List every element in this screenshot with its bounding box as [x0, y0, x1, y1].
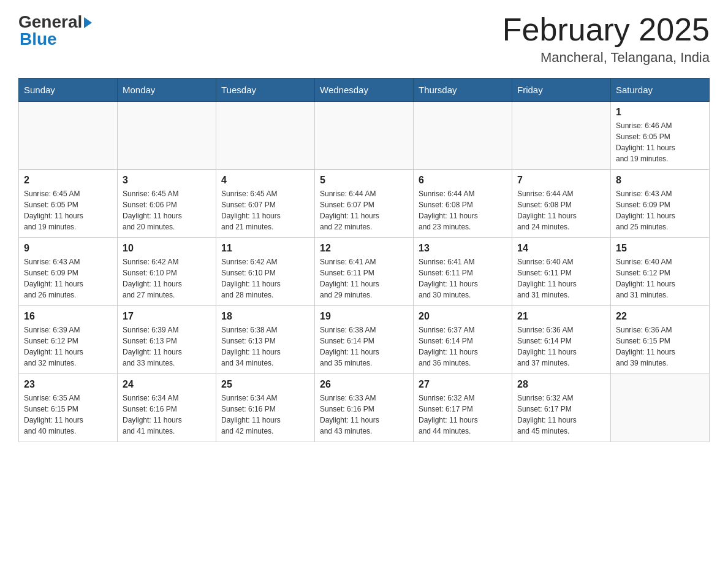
calendar-day-cell: 6Sunrise: 6:44 AMSunset: 6:08 PMDaylight… [414, 170, 512, 238]
day-info: Sunrise: 6:41 AMSunset: 6:11 PMDaylight:… [419, 256, 507, 301]
day-info: Sunrise: 6:45 AMSunset: 6:06 PMDaylight:… [123, 188, 211, 232]
day-info: Sunrise: 6:32 AMSunset: 6:17 PMDaylight:… [517, 393, 605, 437]
calendar-day-cell: 18Sunrise: 6:38 AMSunset: 6:13 PMDayligh… [216, 306, 315, 374]
calendar-day-cell: 19Sunrise: 6:38 AMSunset: 6:14 PMDayligh… [315, 306, 414, 374]
calendar-table: SundayMondayTuesdayWednesdayThursdayFrid… [18, 78, 710, 442]
calendar-week-row: 23Sunrise: 6:35 AMSunset: 6:15 PMDayligh… [19, 374, 710, 442]
calendar-day-cell: 4Sunrise: 6:45 AMSunset: 6:07 PMDaylight… [216, 170, 315, 238]
day-number: 12 [320, 243, 408, 254]
calendar-day-cell: 24Sunrise: 6:34 AMSunset: 6:16 PMDayligh… [118, 374, 216, 442]
day-number: 18 [221, 311, 309, 322]
day-number: 3 [123, 175, 211, 186]
calendar-day-cell: 5Sunrise: 6:44 AMSunset: 6:07 PMDaylight… [315, 170, 414, 238]
calendar-day-cell: 23Sunrise: 6:35 AMSunset: 6:15 PMDayligh… [19, 374, 118, 442]
day-of-week-header: Tuesday [216, 79, 315, 102]
day-of-week-header: Friday [512, 79, 611, 102]
title-block: February 2025 Mancheral, Telangana, Indi… [502, 12, 710, 66]
day-info: Sunrise: 6:44 AMSunset: 6:08 PMDaylight:… [419, 188, 507, 232]
day-number: 24 [123, 379, 211, 390]
calendar-day-cell: 9Sunrise: 6:43 AMSunset: 6:09 PMDaylight… [19, 238, 118, 306]
calendar-day-cell [216, 102, 315, 170]
calendar-day-cell: 7Sunrise: 6:44 AMSunset: 6:08 PMDaylight… [512, 170, 611, 238]
calendar-day-cell [611, 374, 710, 442]
calendar-day-cell [19, 102, 118, 170]
day-info: Sunrise: 6:38 AMSunset: 6:14 PMDaylight:… [320, 324, 408, 369]
day-info: Sunrise: 6:44 AMSunset: 6:08 PMDaylight:… [517, 188, 605, 232]
day-number: 28 [517, 379, 605, 390]
day-number: 25 [221, 379, 309, 390]
calendar-day-cell: 11Sunrise: 6:42 AMSunset: 6:10 PMDayligh… [216, 238, 315, 306]
day-info: Sunrise: 6:43 AMSunset: 6:09 PMDaylight:… [24, 256, 112, 301]
calendar-day-cell [315, 102, 414, 170]
calendar-day-cell: 13Sunrise: 6:41 AMSunset: 6:11 PMDayligh… [414, 238, 512, 306]
day-number: 2 [24, 175, 112, 186]
day-number: 10 [123, 243, 211, 254]
calendar-day-cell [118, 102, 216, 170]
day-info: Sunrise: 6:36 AMSunset: 6:14 PMDaylight:… [517, 324, 605, 369]
day-info: Sunrise: 6:33 AMSunset: 6:16 PMDaylight:… [320, 393, 408, 437]
calendar-day-cell: 8Sunrise: 6:43 AMSunset: 6:09 PMDaylight… [611, 170, 710, 238]
day-info: Sunrise: 6:38 AMSunset: 6:13 PMDaylight:… [221, 324, 309, 369]
day-of-week-header: Monday [118, 79, 216, 102]
day-number: 26 [320, 379, 408, 390]
day-number: 27 [419, 379, 507, 390]
day-number: 16 [24, 311, 112, 322]
day-info: Sunrise: 6:35 AMSunset: 6:15 PMDaylight:… [24, 393, 112, 437]
day-of-week-header: Sunday [19, 79, 118, 102]
month-year-title: February 2025 [502, 12, 710, 47]
day-info: Sunrise: 6:42 AMSunset: 6:10 PMDaylight:… [221, 256, 309, 301]
day-info: Sunrise: 6:45 AMSunset: 6:07 PMDaylight:… [221, 188, 309, 232]
calendar-day-cell: 10Sunrise: 6:42 AMSunset: 6:10 PMDayligh… [118, 238, 216, 306]
calendar-week-row: 16Sunrise: 6:39 AMSunset: 6:12 PMDayligh… [19, 306, 710, 374]
day-info: Sunrise: 6:44 AMSunset: 6:07 PMDaylight:… [320, 188, 408, 232]
day-of-week-header: Saturday [611, 79, 710, 102]
day-number: 13 [419, 243, 507, 254]
calendar-day-cell: 1Sunrise: 6:46 AMSunset: 6:05 PMDaylight… [611, 102, 710, 170]
day-info: Sunrise: 6:41 AMSunset: 6:11 PMDaylight:… [320, 256, 408, 301]
day-info: Sunrise: 6:34 AMSunset: 6:16 PMDaylight:… [221, 393, 309, 437]
calendar-day-cell: 16Sunrise: 6:39 AMSunset: 6:12 PMDayligh… [19, 306, 118, 374]
day-info: Sunrise: 6:40 AMSunset: 6:11 PMDaylight:… [517, 256, 605, 301]
day-number: 17 [123, 311, 211, 322]
calendar-day-cell: 2Sunrise: 6:45 AMSunset: 6:05 PMDaylight… [19, 170, 118, 238]
day-of-week-header: Thursday [414, 79, 512, 102]
day-info: Sunrise: 6:32 AMSunset: 6:17 PMDaylight:… [419, 393, 507, 437]
day-number: 21 [517, 311, 605, 322]
day-info: Sunrise: 6:37 AMSunset: 6:14 PMDaylight:… [419, 324, 507, 369]
calendar-day-cell: 20Sunrise: 6:37 AMSunset: 6:14 PMDayligh… [414, 306, 512, 374]
calendar-day-cell: 28Sunrise: 6:32 AMSunset: 6:17 PMDayligh… [512, 374, 611, 442]
calendar-week-row: 9Sunrise: 6:43 AMSunset: 6:09 PMDaylight… [19, 238, 710, 306]
calendar-day-cell: 26Sunrise: 6:33 AMSunset: 6:16 PMDayligh… [315, 374, 414, 442]
day-number: 23 [24, 379, 112, 390]
calendar-day-cell: 21Sunrise: 6:36 AMSunset: 6:14 PMDayligh… [512, 306, 611, 374]
calendar-day-cell: 17Sunrise: 6:39 AMSunset: 6:13 PMDayligh… [118, 306, 216, 374]
day-number: 20 [419, 311, 507, 322]
day-number: 9 [24, 243, 112, 254]
calendar-day-cell: 25Sunrise: 6:34 AMSunset: 6:16 PMDayligh… [216, 374, 315, 442]
day-number: 22 [616, 311, 704, 322]
day-info: Sunrise: 6:40 AMSunset: 6:12 PMDaylight:… [616, 256, 704, 301]
day-number: 19 [320, 311, 408, 322]
day-number: 4 [221, 175, 309, 186]
calendar-week-row: 1Sunrise: 6:46 AMSunset: 6:05 PMDaylight… [19, 102, 710, 170]
day-number: 6 [419, 175, 507, 186]
page-header: General Blue February 2025 Mancheral, Te… [18, 12, 710, 66]
day-number: 15 [616, 243, 704, 254]
logo-arrow-icon [84, 17, 92, 28]
day-number: 5 [320, 175, 408, 186]
logo-blue-text: Blue [20, 29, 57, 49]
day-info: Sunrise: 6:36 AMSunset: 6:15 PMDaylight:… [616, 324, 704, 369]
calendar-header-row: SundayMondayTuesdayWednesdayThursdayFrid… [19, 79, 710, 102]
calendar-day-cell [512, 102, 611, 170]
calendar-day-cell: 14Sunrise: 6:40 AMSunset: 6:11 PMDayligh… [512, 238, 611, 306]
day-info: Sunrise: 6:39 AMSunset: 6:13 PMDaylight:… [123, 324, 211, 369]
day-number: 1 [616, 107, 704, 118]
day-number: 8 [616, 175, 704, 186]
day-info: Sunrise: 6:43 AMSunset: 6:09 PMDaylight:… [616, 188, 704, 232]
location-subtitle: Mancheral, Telangana, India [502, 50, 710, 66]
day-number: 11 [221, 243, 309, 254]
calendar-day-cell: 27Sunrise: 6:32 AMSunset: 6:17 PMDayligh… [414, 374, 512, 442]
logo: General Blue [18, 12, 92, 49]
day-info: Sunrise: 6:42 AMSunset: 6:10 PMDaylight:… [123, 256, 211, 301]
day-info: Sunrise: 6:45 AMSunset: 6:05 PMDaylight:… [24, 188, 112, 232]
